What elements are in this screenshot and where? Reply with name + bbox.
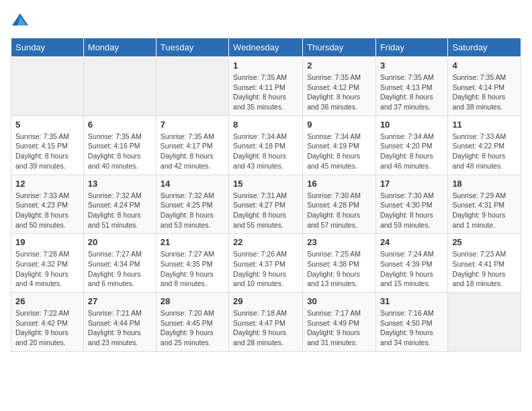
day-info: Sunrise: 7:18 AM Sunset: 4:47 PM Dayligh… xyxy=(233,308,298,348)
day-info: Sunrise: 7:29 AM Sunset: 4:31 PM Dayligh… xyxy=(452,191,517,230)
day-info: Sunrise: 7:35 AM Sunset: 4:15 PM Dayligh… xyxy=(15,132,79,171)
day-info: Sunrise: 7:30 AM Sunset: 4:30 PM Dayligh… xyxy=(380,191,444,230)
day-info: Sunrise: 7:26 AM Sunset: 4:37 PM Dayligh… xyxy=(233,249,298,289)
day-info: Sunrise: 7:33 AM Sunset: 4:23 PM Dayligh… xyxy=(15,191,79,230)
day-info: Sunrise: 7:27 AM Sunset: 4:34 PM Dayligh… xyxy=(88,249,152,289)
day-number: 18 xyxy=(452,179,517,189)
calendar-cell: 25Sunrise: 7:23 AM Sunset: 4:41 PM Dayli… xyxy=(448,234,521,293)
calendar-cell: 21Sunrise: 7:27 AM Sunset: 4:35 PM Dayli… xyxy=(156,234,228,293)
day-number: 13 xyxy=(88,179,152,189)
calendar-body: 1Sunrise: 7:35 AM Sunset: 4:11 PM Daylig… xyxy=(11,57,521,352)
day-info: Sunrise: 7:32 AM Sunset: 4:24 PM Dayligh… xyxy=(88,191,152,230)
day-info: Sunrise: 7:27 AM Sunset: 4:35 PM Dayligh… xyxy=(161,249,224,289)
day-number: 15 xyxy=(233,179,298,189)
day-number: 31 xyxy=(380,296,444,306)
day-number: 17 xyxy=(380,179,444,189)
day-number: 14 xyxy=(161,179,224,189)
day-info: Sunrise: 7:32 AM Sunset: 4:25 PM Dayligh… xyxy=(161,191,224,230)
calendar-cell: 26Sunrise: 7:22 AM Sunset: 4:42 PM Dayli… xyxy=(11,293,84,352)
calendar-cell: 24Sunrise: 7:24 AM Sunset: 4:39 PM Dayli… xyxy=(375,234,448,293)
calendar-cell: 12Sunrise: 7:33 AM Sunset: 4:23 PM Dayli… xyxy=(11,175,84,234)
calendar-cell: 19Sunrise: 7:28 AM Sunset: 4:32 PM Dayli… xyxy=(11,234,84,293)
weekday-header-row: SundayMondayTuesdayWednesdayThursdayFrid… xyxy=(11,38,521,57)
calendar-cell: 11Sunrise: 7:33 AM Sunset: 4:22 PM Dayli… xyxy=(448,116,521,175)
calendar-cell: 7Sunrise: 7:35 AM Sunset: 4:17 PM Daylig… xyxy=(156,116,228,175)
day-number: 20 xyxy=(88,237,152,247)
day-info: Sunrise: 7:31 AM Sunset: 4:27 PM Dayligh… xyxy=(233,191,298,230)
weekday-header-sunday: Sunday xyxy=(11,38,84,57)
day-number: 7 xyxy=(161,120,224,130)
day-number: 8 xyxy=(233,120,298,130)
day-number: 27 xyxy=(88,296,152,306)
day-number: 3 xyxy=(380,60,444,71)
day-info: Sunrise: 7:20 AM Sunset: 4:45 PM Dayligh… xyxy=(161,308,224,348)
day-info: Sunrise: 7:33 AM Sunset: 4:22 PM Dayligh… xyxy=(452,132,517,171)
calendar-cell xyxy=(83,57,156,116)
logo xyxy=(11,11,32,30)
calendar-cell: 5Sunrise: 7:35 AM Sunset: 4:15 PM Daylig… xyxy=(11,116,84,175)
day-number: 9 xyxy=(307,120,371,130)
day-number: 6 xyxy=(88,120,152,130)
calendar-cell: 30Sunrise: 7:17 AM Sunset: 4:49 PM Dayli… xyxy=(303,293,376,352)
day-info: Sunrise: 7:24 AM Sunset: 4:39 PM Dayligh… xyxy=(380,249,444,289)
day-number: 22 xyxy=(233,237,298,247)
day-number: 28 xyxy=(161,296,224,306)
day-number: 30 xyxy=(307,296,371,306)
weekday-header-wednesday: Wednesday xyxy=(229,38,303,57)
weekday-header-tuesday: Tuesday xyxy=(156,38,228,57)
logo-icon xyxy=(11,11,30,30)
calendar-cell: 28Sunrise: 7:20 AM Sunset: 4:45 PM Dayli… xyxy=(156,293,228,352)
weekday-header-saturday: Saturday xyxy=(448,38,521,57)
day-info: Sunrise: 7:16 AM Sunset: 4:50 PM Dayligh… xyxy=(380,308,444,348)
day-info: Sunrise: 7:35 AM Sunset: 4:11 PM Dayligh… xyxy=(233,73,298,112)
day-number: 23 xyxy=(307,237,371,247)
calendar-cell: 14Sunrise: 7:32 AM Sunset: 4:25 PM Dayli… xyxy=(156,175,228,234)
day-info: Sunrise: 7:22 AM Sunset: 4:42 PM Dayligh… xyxy=(15,308,79,348)
calendar-cell xyxy=(11,57,84,116)
calendar-header: SundayMondayTuesdayWednesdayThursdayFrid… xyxy=(11,38,521,57)
day-info: Sunrise: 7:34 AM Sunset: 4:20 PM Dayligh… xyxy=(380,132,444,171)
calendar-cell: 2Sunrise: 7:35 AM Sunset: 4:12 PM Daylig… xyxy=(303,57,376,116)
calendar-table: SundayMondayTuesdayWednesdayThursdayFrid… xyxy=(11,38,521,352)
day-number: 25 xyxy=(452,237,517,247)
calendar-cell: 22Sunrise: 7:26 AM Sunset: 4:37 PM Dayli… xyxy=(229,234,303,293)
calendar-cell: 1Sunrise: 7:35 AM Sunset: 4:11 PM Daylig… xyxy=(229,57,303,116)
day-info: Sunrise: 7:35 AM Sunset: 4:12 PM Dayligh… xyxy=(307,73,371,112)
day-info: Sunrise: 7:35 AM Sunset: 4:14 PM Dayligh… xyxy=(452,73,517,112)
day-info: Sunrise: 7:30 AM Sunset: 4:28 PM Dayligh… xyxy=(307,191,371,230)
calendar-cell: 10Sunrise: 7:34 AM Sunset: 4:20 PM Dayli… xyxy=(375,116,448,175)
day-info: Sunrise: 7:21 AM Sunset: 4:44 PM Dayligh… xyxy=(88,308,152,348)
day-number: 5 xyxy=(15,120,79,130)
calendar-week-row: 19Sunrise: 7:28 AM Sunset: 4:32 PM Dayli… xyxy=(11,234,521,293)
calendar-cell: 16Sunrise: 7:30 AM Sunset: 4:28 PM Dayli… xyxy=(303,175,376,234)
day-info: Sunrise: 7:23 AM Sunset: 4:41 PM Dayligh… xyxy=(452,249,517,289)
day-info: Sunrise: 7:35 AM Sunset: 4:17 PM Dayligh… xyxy=(161,132,224,171)
day-number: 10 xyxy=(380,120,444,130)
day-number: 1 xyxy=(233,60,298,71)
day-info: Sunrise: 7:25 AM Sunset: 4:38 PM Dayligh… xyxy=(307,249,371,289)
weekday-header-thursday: Thursday xyxy=(303,38,376,57)
calendar-cell: 17Sunrise: 7:30 AM Sunset: 4:30 PM Dayli… xyxy=(375,175,448,234)
calendar-cell: 9Sunrise: 7:34 AM Sunset: 4:19 PM Daylig… xyxy=(303,116,376,175)
calendar-cell: 8Sunrise: 7:34 AM Sunset: 4:18 PM Daylig… xyxy=(229,116,303,175)
day-number: 2 xyxy=(307,60,371,71)
calendar-cell: 4Sunrise: 7:35 AM Sunset: 4:14 PM Daylig… xyxy=(448,57,521,116)
calendar-cell xyxy=(156,57,228,116)
day-info: Sunrise: 7:35 AM Sunset: 4:16 PM Dayligh… xyxy=(88,132,152,171)
day-info: Sunrise: 7:28 AM Sunset: 4:32 PM Dayligh… xyxy=(15,249,79,289)
day-number: 11 xyxy=(452,120,517,130)
calendar-cell: 20Sunrise: 7:27 AM Sunset: 4:34 PM Dayli… xyxy=(83,234,156,293)
calendar-week-row: 5Sunrise: 7:35 AM Sunset: 4:15 PM Daylig… xyxy=(11,116,521,175)
weekday-header-friday: Friday xyxy=(375,38,448,57)
day-number: 26 xyxy=(15,296,79,306)
calendar-cell: 23Sunrise: 7:25 AM Sunset: 4:38 PM Dayli… xyxy=(303,234,376,293)
calendar-cell: 13Sunrise: 7:32 AM Sunset: 4:24 PM Dayli… xyxy=(83,175,156,234)
calendar-week-row: 12Sunrise: 7:33 AM Sunset: 4:23 PM Dayli… xyxy=(11,175,521,234)
day-number: 21 xyxy=(161,237,224,247)
calendar-cell: 29Sunrise: 7:18 AM Sunset: 4:47 PM Dayli… xyxy=(229,293,303,352)
day-number: 24 xyxy=(380,237,444,247)
calendar-cell: 27Sunrise: 7:21 AM Sunset: 4:44 PM Dayli… xyxy=(83,293,156,352)
day-info: Sunrise: 7:34 AM Sunset: 4:18 PM Dayligh… xyxy=(233,132,298,171)
day-number: 29 xyxy=(233,296,298,306)
day-number: 12 xyxy=(15,179,79,189)
